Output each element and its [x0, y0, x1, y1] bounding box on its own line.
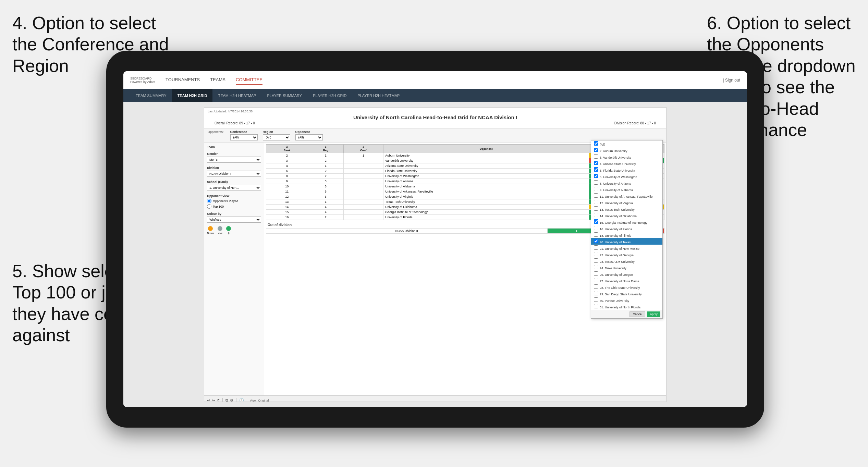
dropdown-checkbox[interactable]: [594, 206, 598, 211]
dropdown-item[interactable]: 28. The Ohio State University: [591, 284, 662, 290]
dropdown-item[interactable]: 11. University of Arkansas, Fayetteville: [591, 193, 662, 199]
cell-opponent: University of Florida: [383, 215, 589, 220]
dropdown-item[interactable]: 18. University of Illinois: [591, 232, 662, 238]
school-select[interactable]: 1. University of Nort...: [207, 185, 261, 191]
dropdown-checkbox[interactable]: [594, 265, 598, 269]
dropdown-checkbox[interactable]: [594, 193, 598, 198]
undo-icon[interactable]: ↩: [207, 398, 210, 402]
region-select[interactable]: (All): [263, 134, 290, 140]
cell-conf: [343, 158, 383, 163]
dropdown-checkbox[interactable]: [594, 219, 598, 224]
subnav-team-h2h-heatmap[interactable]: TEAM H2H HEATMAP: [212, 89, 261, 102]
dropdown-item[interactable]: 23. Texas A&M University: [591, 258, 662, 264]
subnav-team-h2h-grid[interactable]: TEAM H2H GRID: [172, 89, 213, 102]
dropdown-item[interactable]: 21. University of New Mexico: [591, 245, 662, 251]
dropdown-checkbox[interactable]: [594, 187, 598, 191]
subnav-player-summary[interactable]: PLAYER SUMMARY: [261, 89, 307, 102]
dropdown-checkbox[interactable]: [594, 297, 598, 302]
opponents-played-radio[interactable]: Opponents Played: [207, 199, 261, 203]
dropdown-item[interactable]: 15. Georgia Institute of Technology: [591, 219, 662, 225]
cell-conf: [343, 215, 383, 220]
dropdown-item[interactable]: 22. University of Georgia: [591, 251, 662, 258]
navbar: S5OREBOARD Powered by Adapt TOURNAMENTS …: [123, 71, 747, 89]
copy-icon[interactable]: ⧉: [225, 398, 228, 402]
opponent-dropdown: (All)2. Auburn University3. Vanderbilt U…: [591, 140, 663, 319]
cell-reg: 1: [308, 153, 343, 158]
dropdown-checkbox[interactable]: [594, 226, 598, 230]
dropdown-item[interactable]: (All): [591, 140, 662, 147]
opponents-played-radio-input[interactable]: [207, 199, 211, 203]
dropdown-item[interactable]: 9. University of Alabama: [591, 186, 662, 193]
dropdown-checkbox[interactable]: [594, 284, 598, 289]
dropdown-item[interactable]: 20. University of Texas: [591, 238, 662, 245]
dropdown-item[interactable]: 4. Arizona State University: [591, 160, 662, 167]
legend-up: Up: [226, 226, 231, 235]
colour-by-section: Colour by Win/loss: [207, 212, 261, 223]
dropdown-item[interactable]: 31. University of North Florida: [591, 303, 662, 310]
conference-select[interactable]: (All): [230, 134, 258, 140]
dropdown-checkbox[interactable]: [594, 174, 598, 178]
dropdown-item[interactable]: 2. Auburn University: [591, 147, 662, 153]
tablet: S5OREBOARD Powered by Adapt TOURNAMENTS …: [106, 51, 764, 428]
dropdown-item[interactable]: 29. San Diego State University: [591, 290, 662, 297]
clock-icon[interactable]: 🕐: [239, 398, 244, 402]
dropdown-checkbox[interactable]: [594, 161, 598, 165]
dropdown-item[interactable]: 8. University of Arizona: [591, 180, 662, 186]
apply-button[interactable]: Apply: [647, 311, 660, 317]
division-record: Division Record: 88 - 17 - 0: [614, 121, 656, 125]
dropdown-checkbox[interactable]: [594, 154, 598, 159]
dropdown-item[interactable]: 12. University of Virginia: [591, 199, 662, 206]
division-select[interactable]: NCAA Division I: [207, 171, 261, 177]
cell-rank: 6: [266, 169, 308, 174]
refresh-icon[interactable]: ↺: [217, 398, 220, 402]
redo-icon[interactable]: ↪: [212, 398, 215, 402]
team-section: Team: [207, 145, 261, 149]
cancel-button[interactable]: Cancel: [629, 311, 645, 317]
dropdown-item[interactable]: 30. Purdue University: [591, 297, 662, 303]
region-filter-group: Region (All): [263, 130, 290, 140]
dropdown-item[interactable]: 14. University of Oklahoma: [591, 212, 662, 219]
dropdown-checkbox[interactable]: [594, 245, 598, 250]
dropdown-checkbox[interactable]: [594, 271, 598, 276]
dropdown-checkbox[interactable]: [594, 252, 598, 256]
dropdown-checkbox[interactable]: [594, 239, 598, 243]
top100-radio-input[interactable]: [207, 204, 211, 209]
nav-tournaments[interactable]: TOURNAMENTS: [166, 75, 200, 85]
nav-teams[interactable]: TEAMS: [210, 75, 225, 85]
left-sidebar: Team Gender Men's Division NCAA Division…: [204, 143, 264, 395]
dropdown-checkbox[interactable]: [594, 180, 598, 185]
nav-committee[interactable]: COMMITTEE: [236, 75, 262, 85]
dropdown-item[interactable]: 16. University of Florida: [591, 225, 662, 232]
dropdown-checkbox[interactable]: [594, 148, 598, 152]
main-content: Last Updated: 4/7/2014 16:55:38 Universi…: [123, 102, 747, 407]
dropdown-checkbox[interactable]: [594, 232, 598, 237]
settings-icon[interactable]: ⚙: [230, 398, 233, 402]
top100-radio[interactable]: Top 100: [207, 204, 261, 209]
dropdown-item[interactable]: 25. University of Oregon: [591, 271, 662, 277]
dropdown-checkbox[interactable]: [594, 258, 598, 263]
dropdown-item[interactable]: 6. University of Washington: [591, 173, 662, 180]
gender-select[interactable]: Men's: [207, 157, 261, 163]
dropdown-item[interactable]: 27. University of Notre Dame: [591, 277, 662, 284]
logo: S5OREBOARD Powered by Adapt: [130, 77, 155, 84]
subnav-player-h2h-heatmap[interactable]: PLAYER H2H HEATMAP: [352, 89, 405, 102]
dropdown-item[interactable]: 13. Texas Tech University: [591, 206, 662, 212]
dropdown-item[interactable]: 24. Duke University: [591, 264, 662, 271]
dropdown-checkbox[interactable]: [594, 278, 598, 282]
cell-opponent: Florida State University: [383, 169, 589, 174]
dropdown-checkbox[interactable]: [594, 304, 598, 308]
dropdown-checkbox[interactable]: [594, 213, 598, 217]
dropdown-checkbox[interactable]: [594, 167, 598, 172]
nav-signout[interactable]: | Sign out: [723, 78, 740, 83]
dropdown-item[interactable]: 3. Vanderbilt University: [591, 153, 662, 160]
dropdown-checkbox[interactable]: [594, 141, 598, 146]
colour-by-select[interactable]: Win/loss: [207, 217, 261, 223]
cell-reg: 4: [308, 205, 343, 210]
dropdown-item[interactable]: 5. Florida State University: [591, 167, 662, 173]
dropdown-checkbox[interactable]: [594, 200, 598, 204]
legend-down-label: Down: [207, 232, 214, 235]
subnav-player-h2h-grid[interactable]: PLAYER H2H GRID: [307, 89, 352, 102]
dropdown-checkbox[interactable]: [594, 291, 598, 295]
opponent-select[interactable]: (All): [295, 134, 323, 140]
subnav-team-summary[interactable]: TEAM SUMMARY: [130, 89, 172, 102]
